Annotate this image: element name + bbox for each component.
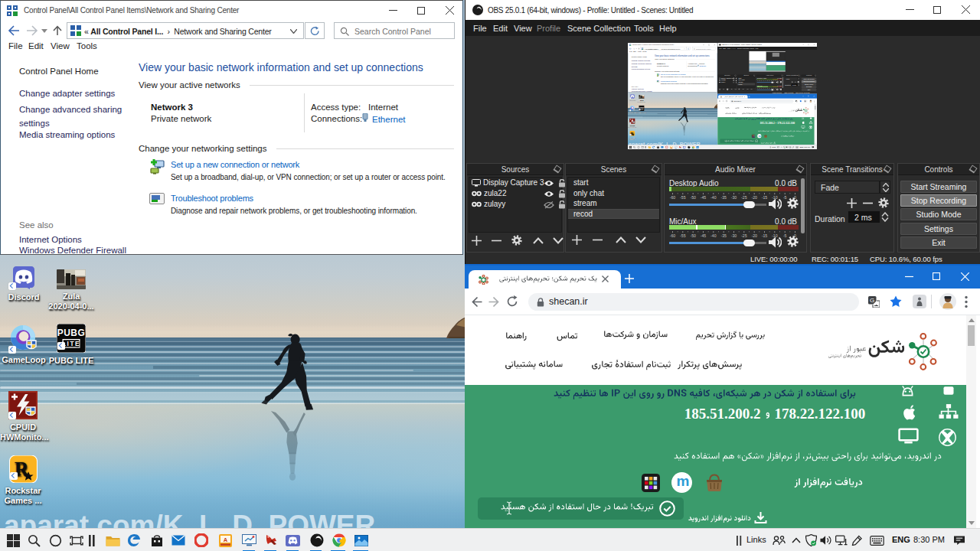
svg-text:-60: -60	[670, 233, 676, 238]
svg-text:-45: -45	[701, 195, 707, 200]
svg-text:-5: -5	[783, 233, 787, 238]
svg-text:-55: -55	[759, 88, 760, 89]
svg-text:-40: -40	[710, 195, 717, 200]
svg-text:-30: -30	[731, 233, 737, 238]
svg-text:-40: -40	[710, 233, 717, 238]
svg-text:-55: -55	[680, 195, 686, 200]
svg-text:-35: -35	[767, 80, 769, 81]
svg-text:-30: -30	[769, 80, 770, 81]
svg-text:-20: -20	[751, 195, 757, 200]
svg-text:-30: -30	[731, 195, 737, 200]
svg-text:-60: -60	[670, 195, 676, 200]
svg-text:-40: -40	[765, 80, 766, 81]
svg-text:-30: -30	[769, 88, 770, 89]
svg-text:-35: -35	[767, 88, 769, 89]
svg-text:-50: -50	[761, 80, 763, 81]
svg-text:-45: -45	[701, 233, 707, 238]
svg-text:PUBG: PUBG	[57, 328, 86, 338]
svg-text:-25: -25	[741, 195, 747, 200]
svg-text:G: G	[870, 297, 874, 304]
svg-text:-50: -50	[761, 88, 763, 89]
svg-text:-55: -55	[759, 80, 760, 81]
svg-text:-45: -45	[763, 88, 765, 89]
svg-text:-40: -40	[765, 88, 766, 89]
svg-text:-55: -55	[680, 233, 686, 238]
svg-text:-45: -45	[763, 80, 765, 81]
svg-text:-15: -15	[762, 195, 768, 200]
svg-text:-60: -60	[757, 80, 759, 81]
svg-text:-60: -60	[757, 88, 759, 89]
svg-text:-25: -25	[741, 233, 747, 238]
svg-text:-35: -35	[720, 195, 727, 200]
svg-text:PUBG: PUBG	[639, 106, 644, 108]
svg-text:-20: -20	[751, 233, 757, 238]
svg-text:-50: -50	[690, 195, 696, 200]
svg-text:-15: -15	[762, 233, 768, 238]
svg-text:-5: -5	[783, 195, 787, 200]
svg-text:-50: -50	[690, 233, 696, 238]
svg-text:-35: -35	[720, 233, 727, 238]
